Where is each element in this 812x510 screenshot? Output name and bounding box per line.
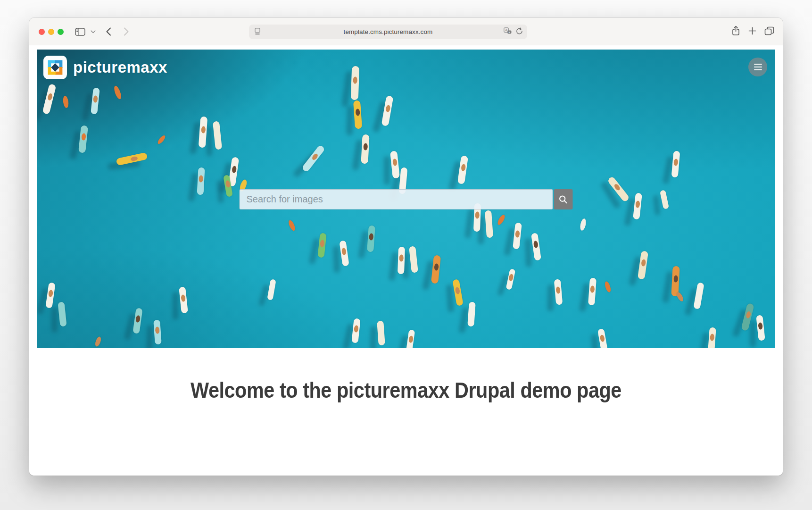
surfboard (301, 145, 325, 173)
board-shadow (384, 156, 390, 185)
board-shadow (547, 284, 554, 311)
paddler (475, 212, 480, 219)
image-search-bar (240, 189, 573, 209)
paddler (320, 240, 325, 247)
close-button[interactable] (39, 29, 45, 35)
surfboard (351, 66, 360, 100)
paddler (392, 159, 397, 167)
surfboard (638, 251, 648, 280)
surfboard (554, 279, 563, 305)
board-shadow (146, 325, 153, 348)
surfboard (78, 125, 88, 153)
paddler (354, 325, 359, 333)
surfboard (671, 151, 680, 178)
paddler (363, 143, 368, 150)
surfboard (58, 301, 66, 326)
share-button[interactable] (731, 25, 740, 38)
tab-overview-button[interactable] (764, 26, 774, 37)
surfboard (390, 151, 400, 179)
surfboard (756, 315, 766, 341)
tab-group-chevron-button[interactable] (91, 18, 96, 45)
surfboard (361, 134, 369, 164)
board-shadow (750, 320, 756, 347)
page-title: Welcome to the picturemaxx Drupal demo p… (67, 377, 745, 403)
surfboard (197, 167, 205, 195)
browser-window: template.cms.picturemaxx.com A a (29, 18, 783, 476)
new-tab-button[interactable] (748, 27, 756, 37)
surfboard (409, 246, 419, 273)
window-titlebar[interactable]: template.cms.picturemaxx.com A a (29, 18, 783, 45)
paddler (710, 334, 714, 341)
board-shadow (173, 292, 179, 320)
menu-button[interactable] (748, 58, 767, 76)
surfboard (453, 279, 464, 307)
paddler (455, 287, 460, 294)
swimmer (157, 134, 166, 145)
paddler (369, 233, 373, 241)
surfboard (398, 247, 405, 274)
paddler (399, 254, 404, 261)
board-shadow (207, 126, 213, 156)
paddler (81, 134, 86, 141)
swimmer (497, 214, 506, 226)
address-bar[interactable]: template.cms.picturemaxx.com A a (249, 25, 527, 39)
picturemaxx-logo[interactable]: picturemaxx (43, 56, 167, 79)
paddler (155, 326, 160, 334)
swimmer (604, 281, 612, 293)
surfboard (485, 210, 493, 238)
surfboard (588, 278, 597, 306)
board-shadow (525, 238, 532, 267)
paddler (311, 153, 319, 161)
board-shadow (389, 251, 398, 281)
minimize-button[interactable] (48, 29, 54, 35)
paddler (131, 156, 139, 161)
paddler (200, 126, 205, 134)
svg-text:A: A (505, 28, 507, 32)
translate-icon[interactable]: A a (504, 27, 512, 36)
picturemaxx-logo-icon (43, 56, 67, 79)
surfboard (597, 328, 608, 348)
surfboard (708, 327, 716, 348)
search-button[interactable] (554, 189, 573, 209)
board-shadow (346, 105, 354, 135)
surfboard (467, 301, 476, 326)
swimmer (94, 336, 102, 347)
paddler (47, 92, 52, 100)
back-button[interactable] (106, 18, 111, 45)
surfboard (660, 190, 669, 209)
chevron-down-icon (91, 30, 96, 33)
hero-image: picturemaxx (37, 50, 775, 348)
paddler (48, 289, 53, 297)
zoom-button[interactable] (58, 29, 64, 35)
reload-icon[interactable] (516, 27, 523, 37)
surfboard (45, 282, 55, 308)
paddler (353, 76, 358, 84)
surfboard (318, 233, 327, 258)
plus-icon (748, 27, 756, 35)
paddler (356, 109, 360, 116)
window-controls (39, 18, 64, 45)
paddler (746, 311, 751, 319)
swimmer (287, 219, 296, 232)
surfboard (457, 155, 468, 184)
board-shadow (446, 284, 454, 313)
paddler (434, 263, 439, 271)
paddler (613, 183, 621, 191)
forward-button[interactable] (124, 18, 129, 45)
sidebar-icon (75, 28, 85, 36)
paddler (385, 105, 390, 112)
surfboard (352, 318, 361, 343)
page-settings-icon[interactable] (254, 28, 261, 37)
back-icon (106, 27, 111, 36)
paddler (635, 200, 640, 208)
paddler (533, 241, 539, 249)
surfboard (531, 233, 541, 261)
url-text: template.cms.picturemaxx.com (344, 28, 433, 35)
sidebar-toggle-button[interactable] (75, 18, 85, 45)
swimmer (675, 291, 685, 302)
paddler (600, 334, 605, 342)
paddler (93, 95, 99, 103)
surfboard (133, 308, 142, 334)
search-input[interactable] (240, 189, 553, 209)
surfboard (91, 87, 100, 114)
